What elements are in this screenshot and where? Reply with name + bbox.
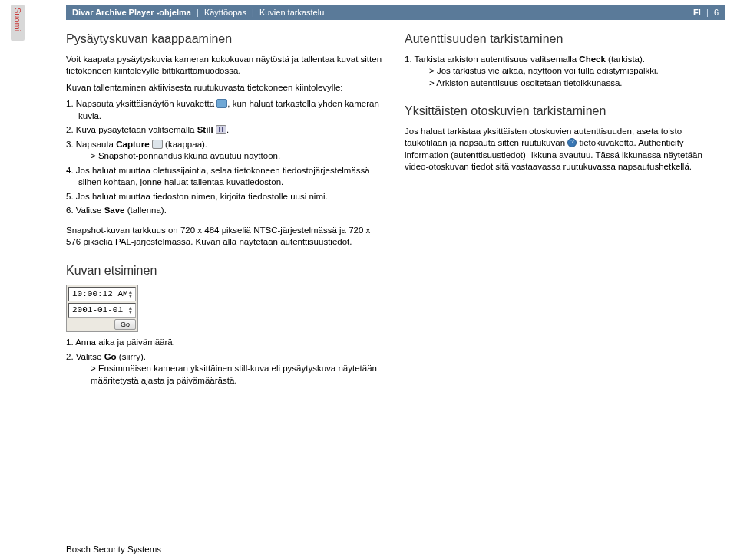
step-3-sub: > Snapshot-ponnahdusikkuna avautuu näytt… — [78, 150, 386, 163]
right-column: Autenttisuuden tarkistaminen 1. Tarkista… — [405, 31, 725, 529]
left-column: Pysäytyskuvan kaappaaminen Voit kaapata … — [66, 31, 386, 529]
breadcrumb: Divar Archive Player -ohjelma | Käyttöop… — [72, 8, 693, 17]
go-button[interactable]: Go — [114, 319, 136, 330]
heading-auth: Autenttisuuden tarkistaminen — [405, 31, 725, 48]
section-search: Kuvan etsiminen 10:00:12 AM ▲▼ 2001-01-0… — [66, 262, 386, 387]
product-name: Divar Archive Player -ohjelma — [72, 8, 191, 17]
resolution-note: Snapshot-kuvan tarkkuus on 720 x 484 pik… — [66, 225, 386, 249]
section-capture: Pysäytyskuvan kaappaaminen Voit kaapata … — [66, 31, 386, 249]
spinner-icon[interactable]: ▲▼ — [129, 291, 132, 298]
page-indicator: FI | 6 — [693, 8, 719, 17]
capture-icon — [152, 140, 163, 149]
lang-code: FI — [693, 8, 701, 17]
step-1: 1. Napsauta yksittäisnäytön kuvaketta , … — [66, 98, 386, 122]
auth-step-1: 1. Tarkista arkiston autenttisuus valits… — [405, 54, 725, 90]
breadcrumb-separator: | — [197, 8, 199, 17]
search-widget: 10:00:12 AM ▲▼ 2001-01-01 ▲▼ Go — [66, 285, 138, 332]
section-auth: Autenttisuuden tarkistaminen 1. Tarkista… — [405, 31, 725, 89]
language-tab: Suomi — [11, 5, 25, 41]
time-field[interactable]: 10:00:12 AM ▲▼ — [68, 287, 136, 301]
spinner-icon[interactable]: ▲▼ — [129, 307, 132, 315]
search-step-1: 1. Anna aika ja päivämäärä. — [66, 337, 386, 349]
search-steps: 1. Anna aika ja päivämäärä. 2. Valitse G… — [66, 337, 386, 387]
single-text: Jos haluat tarkistaa yksittäisten otosku… — [405, 126, 725, 173]
still-icon — [216, 125, 226, 134]
page-number: 6 — [714, 8, 719, 17]
heading-single: Yksittäisten otoskuvien tarkistaminen — [405, 103, 725, 120]
step-6: 6. Valitse Save (tallenna). — [66, 205, 386, 217]
step-4: 4. Jos haluat muuttaa oletussijaintia, s… — [66, 165, 386, 189]
search-step-2-sub: > Ensimmäisen kameran yksittäinen still-… — [78, 363, 386, 387]
footer: Bosch Security Systems — [66, 542, 725, 554]
heading-search: Kuvan etsiminen — [66, 262, 386, 279]
date-value: 2001-01-01 — [72, 305, 123, 316]
save-lead: Kuvan tallentaminen aktiivisesta ruutuku… — [66, 82, 386, 94]
auth-sub-2: > Arkiston autenttisuus osoitetaan tieto… — [417, 77, 725, 90]
step-5: 5. Jos haluat muuttaa tiedoston nimen, k… — [66, 191, 386, 203]
breadcrumb-separator: | — [706, 8, 709, 17]
intro-text: Voit kaapata pysäytyskuvia kameran kokok… — [66, 54, 386, 77]
single-view-icon — [216, 99, 227, 108]
heading-capture: Pysäytyskuvan kaappaaminen — [66, 31, 386, 48]
section-single: Yksittäisten otoskuvien tarkistaminen Jo… — [405, 103, 725, 173]
capture-steps: 1. Napsauta yksittäisnäytön kuvaketta , … — [66, 98, 386, 217]
content-area: Pysäytyskuvan kaappaaminen Voit kaapata … — [66, 31, 725, 529]
search-step-2: 2. Valitse Go (siirry). > Ensimmäisen ka… — [66, 351, 386, 387]
info-icon — [567, 138, 577, 147]
auth-steps: 1. Tarkista arkiston autenttisuus valits… — [405, 54, 725, 90]
breadcrumb-separator: | — [252, 8, 254, 17]
crumb-guide: Käyttöopas — [204, 8, 246, 17]
header-bar: Divar Archive Player -ohjelma | Käyttöop… — [66, 5, 725, 20]
footer-company: Bosch Security Systems — [66, 545, 161, 554]
step-3: 3. Napsauta Capture (kaappaa). > Snapsho… — [66, 139, 386, 163]
auth-sub-1: > Jos tarkistus vie aikaa, näyttöön voi … — [417, 65, 725, 77]
step-2: 2. Kuva pysäytetään valitsemalla Still . — [66, 124, 386, 137]
crumb-section: Kuvien tarkastelu — [259, 8, 324, 17]
date-field[interactable]: 2001-01-01 ▲▼ — [68, 303, 136, 318]
time-value: 10:00:12 AM — [72, 288, 128, 300]
